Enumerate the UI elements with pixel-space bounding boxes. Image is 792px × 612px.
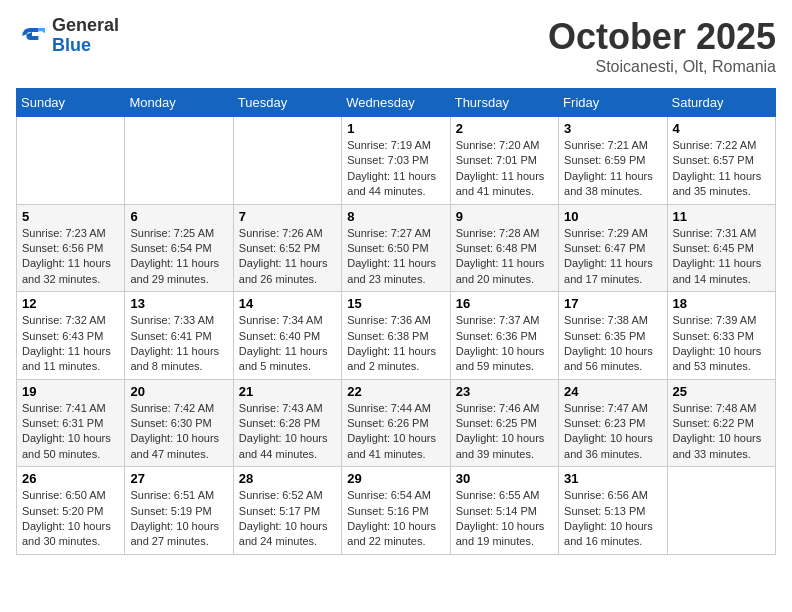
day-cell: 8Sunrise: 7:27 AM Sunset: 6:50 PM Daylig… xyxy=(342,204,450,292)
day-info: Sunrise: 7:20 AM Sunset: 7:01 PM Dayligh… xyxy=(456,138,553,200)
day-cell: 26Sunrise: 6:50 AM Sunset: 5:20 PM Dayli… xyxy=(17,467,125,555)
day-number: 22 xyxy=(347,384,444,399)
day-number: 13 xyxy=(130,296,227,311)
day-info: Sunrise: 7:37 AM Sunset: 6:36 PM Dayligh… xyxy=(456,313,553,375)
day-number: 15 xyxy=(347,296,444,311)
weekday-header-row: SundayMondayTuesdayWednesdayThursdayFrid… xyxy=(17,89,776,117)
day-cell: 21Sunrise: 7:43 AM Sunset: 6:28 PM Dayli… xyxy=(233,379,341,467)
day-cell: 15Sunrise: 7:36 AM Sunset: 6:38 PM Dayli… xyxy=(342,292,450,380)
logo-text: General Blue xyxy=(52,16,119,56)
day-info: Sunrise: 7:43 AM Sunset: 6:28 PM Dayligh… xyxy=(239,401,336,463)
day-number: 26 xyxy=(22,471,119,486)
day-info: Sunrise: 6:50 AM Sunset: 5:20 PM Dayligh… xyxy=(22,488,119,550)
day-cell: 18Sunrise: 7:39 AM Sunset: 6:33 PM Dayli… xyxy=(667,292,775,380)
day-cell: 13Sunrise: 7:33 AM Sunset: 6:41 PM Dayli… xyxy=(125,292,233,380)
week-row-5: 26Sunrise: 6:50 AM Sunset: 5:20 PM Dayli… xyxy=(17,467,776,555)
day-cell: 6Sunrise: 7:25 AM Sunset: 6:54 PM Daylig… xyxy=(125,204,233,292)
day-cell: 31Sunrise: 6:56 AM Sunset: 5:13 PM Dayli… xyxy=(559,467,667,555)
day-number: 14 xyxy=(239,296,336,311)
day-cell: 2Sunrise: 7:20 AM Sunset: 7:01 PM Daylig… xyxy=(450,117,558,205)
day-number: 3 xyxy=(564,121,661,136)
day-cell: 24Sunrise: 7:47 AM Sunset: 6:23 PM Dayli… xyxy=(559,379,667,467)
day-number: 23 xyxy=(456,384,553,399)
day-info: Sunrise: 7:21 AM Sunset: 6:59 PM Dayligh… xyxy=(564,138,661,200)
day-info: Sunrise: 7:19 AM Sunset: 7:03 PM Dayligh… xyxy=(347,138,444,200)
logo-blue-text: Blue xyxy=(52,36,119,56)
day-info: Sunrise: 7:39 AM Sunset: 6:33 PM Dayligh… xyxy=(673,313,770,375)
day-info: Sunrise: 7:32 AM Sunset: 6:43 PM Dayligh… xyxy=(22,313,119,375)
weekday-header-sunday: Sunday xyxy=(17,89,125,117)
calendar-table: SundayMondayTuesdayWednesdayThursdayFrid… xyxy=(16,88,776,555)
day-number: 31 xyxy=(564,471,661,486)
day-number: 24 xyxy=(564,384,661,399)
day-info: Sunrise: 6:56 AM Sunset: 5:13 PM Dayligh… xyxy=(564,488,661,550)
weekday-header-saturday: Saturday xyxy=(667,89,775,117)
day-number: 19 xyxy=(22,384,119,399)
day-number: 7 xyxy=(239,209,336,224)
day-number: 10 xyxy=(564,209,661,224)
day-cell xyxy=(667,467,775,555)
day-info: Sunrise: 6:55 AM Sunset: 5:14 PM Dayligh… xyxy=(456,488,553,550)
day-info: Sunrise: 6:51 AM Sunset: 5:19 PM Dayligh… xyxy=(130,488,227,550)
day-number: 28 xyxy=(239,471,336,486)
day-info: Sunrise: 7:36 AM Sunset: 6:38 PM Dayligh… xyxy=(347,313,444,375)
day-number: 21 xyxy=(239,384,336,399)
day-cell: 17Sunrise: 7:38 AM Sunset: 6:35 PM Dayli… xyxy=(559,292,667,380)
day-cell: 22Sunrise: 7:44 AM Sunset: 6:26 PM Dayli… xyxy=(342,379,450,467)
day-cell: 16Sunrise: 7:37 AM Sunset: 6:36 PM Dayli… xyxy=(450,292,558,380)
day-number: 27 xyxy=(130,471,227,486)
day-cell: 12Sunrise: 7:32 AM Sunset: 6:43 PM Dayli… xyxy=(17,292,125,380)
day-cell: 29Sunrise: 6:54 AM Sunset: 5:16 PM Dayli… xyxy=(342,467,450,555)
day-cell: 1Sunrise: 7:19 AM Sunset: 7:03 PM Daylig… xyxy=(342,117,450,205)
logo-icon xyxy=(16,20,48,52)
logo: General Blue xyxy=(16,16,119,56)
day-cell: 3Sunrise: 7:21 AM Sunset: 6:59 PM Daylig… xyxy=(559,117,667,205)
day-info: Sunrise: 7:29 AM Sunset: 6:47 PM Dayligh… xyxy=(564,226,661,288)
day-cell: 30Sunrise: 6:55 AM Sunset: 5:14 PM Dayli… xyxy=(450,467,558,555)
day-number: 4 xyxy=(673,121,770,136)
day-cell: 11Sunrise: 7:31 AM Sunset: 6:45 PM Dayli… xyxy=(667,204,775,292)
day-info: Sunrise: 6:54 AM Sunset: 5:16 PM Dayligh… xyxy=(347,488,444,550)
weekday-header-wednesday: Wednesday xyxy=(342,89,450,117)
day-number: 2 xyxy=(456,121,553,136)
weekday-header-tuesday: Tuesday xyxy=(233,89,341,117)
day-info: Sunrise: 7:33 AM Sunset: 6:41 PM Dayligh… xyxy=(130,313,227,375)
day-info: Sunrise: 7:44 AM Sunset: 6:26 PM Dayligh… xyxy=(347,401,444,463)
day-info: Sunrise: 7:25 AM Sunset: 6:54 PM Dayligh… xyxy=(130,226,227,288)
week-row-4: 19Sunrise: 7:41 AM Sunset: 6:31 PM Dayli… xyxy=(17,379,776,467)
week-row-1: 1Sunrise: 7:19 AM Sunset: 7:03 PM Daylig… xyxy=(17,117,776,205)
day-info: Sunrise: 7:42 AM Sunset: 6:30 PM Dayligh… xyxy=(130,401,227,463)
weekday-header-monday: Monday xyxy=(125,89,233,117)
day-info: Sunrise: 7:41 AM Sunset: 6:31 PM Dayligh… xyxy=(22,401,119,463)
day-info: Sunrise: 7:23 AM Sunset: 6:56 PM Dayligh… xyxy=(22,226,119,288)
day-info: Sunrise: 7:22 AM Sunset: 6:57 PM Dayligh… xyxy=(673,138,770,200)
page-header: General Blue October 2025 Stoicanesti, O… xyxy=(16,16,776,76)
day-cell: 23Sunrise: 7:46 AM Sunset: 6:25 PM Dayli… xyxy=(450,379,558,467)
day-cell: 27Sunrise: 6:51 AM Sunset: 5:19 PM Dayli… xyxy=(125,467,233,555)
weekday-header-thursday: Thursday xyxy=(450,89,558,117)
day-info: Sunrise: 7:34 AM Sunset: 6:40 PM Dayligh… xyxy=(239,313,336,375)
day-info: Sunrise: 7:48 AM Sunset: 6:22 PM Dayligh… xyxy=(673,401,770,463)
day-cell: 7Sunrise: 7:26 AM Sunset: 6:52 PM Daylig… xyxy=(233,204,341,292)
day-cell: 20Sunrise: 7:42 AM Sunset: 6:30 PM Dayli… xyxy=(125,379,233,467)
day-number: 18 xyxy=(673,296,770,311)
day-cell xyxy=(233,117,341,205)
day-info: Sunrise: 7:31 AM Sunset: 6:45 PM Dayligh… xyxy=(673,226,770,288)
day-number: 25 xyxy=(673,384,770,399)
day-number: 12 xyxy=(22,296,119,311)
day-number: 5 xyxy=(22,209,119,224)
day-info: Sunrise: 7:26 AM Sunset: 6:52 PM Dayligh… xyxy=(239,226,336,288)
day-cell xyxy=(17,117,125,205)
day-cell: 25Sunrise: 7:48 AM Sunset: 6:22 PM Dayli… xyxy=(667,379,775,467)
weekday-header-friday: Friday xyxy=(559,89,667,117)
day-info: Sunrise: 6:52 AM Sunset: 5:17 PM Dayligh… xyxy=(239,488,336,550)
day-number: 16 xyxy=(456,296,553,311)
day-cell: 5Sunrise: 7:23 AM Sunset: 6:56 PM Daylig… xyxy=(17,204,125,292)
day-cell: 19Sunrise: 7:41 AM Sunset: 6:31 PM Dayli… xyxy=(17,379,125,467)
day-cell xyxy=(125,117,233,205)
day-number: 1 xyxy=(347,121,444,136)
day-number: 8 xyxy=(347,209,444,224)
day-number: 11 xyxy=(673,209,770,224)
day-info: Sunrise: 7:47 AM Sunset: 6:23 PM Dayligh… xyxy=(564,401,661,463)
day-info: Sunrise: 7:28 AM Sunset: 6:48 PM Dayligh… xyxy=(456,226,553,288)
